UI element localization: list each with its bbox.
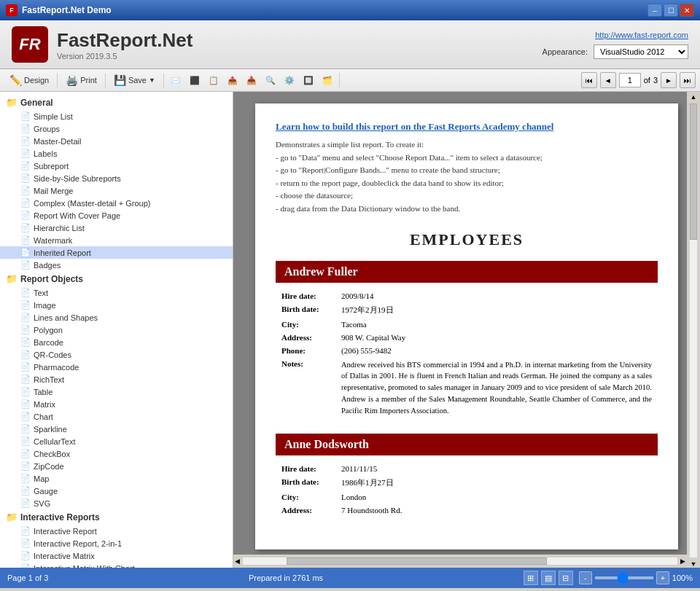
- h-scroll-thumb[interactable]: [287, 557, 548, 565]
- sidebar-item-map[interactable]: Map: [0, 472, 233, 485]
- zoom-slider[interactable]: [595, 576, 653, 579]
- item-label: Simple List: [34, 112, 73, 121]
- sidebar-item-master-detail[interactable]: Master-Detail: [0, 135, 233, 147]
- sidebar-item-hierarchic-list[interactable]: Hierarchic List: [0, 222, 233, 234]
- sidebar-item-interactive-matrix[interactable]: Interactive Matrix: [0, 549, 233, 562]
- item-label: ZipCode: [34, 462, 64, 471]
- sidebar-item-complex[interactable]: Complex (Master-detail + Group): [0, 197, 233, 209]
- sidebar-item-checkbox[interactable]: CheckBox: [0, 447, 233, 460]
- report-description: Demonstrates a simple list report. To cr…: [276, 138, 658, 216]
- sidebar-item-interactive-report[interactable]: Interactive Report: [0, 525, 233, 537]
- scroll-right-button[interactable]: ▶: [680, 557, 685, 565]
- save-button[interactable]: 💾 Save ▼: [109, 71, 160, 89]
- sidebar-item-lines-and-shapes[interactable]: Lines and Shapes: [0, 311, 233, 324]
- sidebar-item-polygon[interactable]: Polygon: [0, 324, 233, 336]
- zoom-plus-button[interactable]: +: [656, 571, 669, 584]
- birth-date-value: 1986年1月27日: [337, 476, 656, 490]
- tree-group-report-objects-header[interactable]: 📁 Report Objects: [0, 271, 233, 286]
- vertical-scrollbar[interactable]: ▲ ▼: [687, 92, 700, 568]
- toolbar-btn-1[interactable]: ⬛: [186, 73, 203, 88]
- sidebar-item-qr-codes[interactable]: QR-Codes: [0, 348, 233, 361]
- sidebar-item-chart[interactable]: Chart: [0, 410, 233, 423]
- scroll-thumb[interactable]: [690, 103, 697, 240]
- status-icon-3[interactable]: ⊟: [559, 571, 573, 585]
- sidebar-item-matrix[interactable]: Matrix: [0, 398, 233, 410]
- maximize-button[interactable]: ☐: [664, 4, 678, 17]
- scroll-up-button[interactable]: ▲: [691, 93, 697, 101]
- sidebar-item-sparkline[interactable]: Sparkline: [0, 423, 233, 435]
- toolbar-btn-5[interactable]: 🔍: [262, 73, 279, 88]
- doc-icon: [20, 288, 31, 297]
- sidebar-item-gauge[interactable]: Gauge: [0, 485, 233, 497]
- sidebar-item-table[interactable]: Table: [0, 385, 233, 398]
- table-row: Birth date: 1972年2月19日: [277, 303, 656, 317]
- status-icon-1[interactable]: ⊞: [524, 571, 538, 585]
- close-button[interactable]: ✕: [680, 4, 694, 17]
- tree-group-general-header[interactable]: 📁 General: [0, 95, 233, 110]
- doc-icon: [20, 449, 31, 458]
- print-button[interactable]: 🖨️ Print: [61, 71, 102, 89]
- toolbar-btn-4[interactable]: 📥: [243, 73, 260, 88]
- address-label: Address:: [277, 504, 335, 516]
- tree-group-report-objects: 📁 Report Objects Text Image Lines and Sh…: [0, 271, 233, 509]
- last-page-button[interactable]: ⏭: [680, 72, 696, 88]
- save-icon: 💾: [114, 74, 126, 86]
- academy-link[interactable]: Learn how to build this report on the Fa…: [276, 121, 553, 132]
- page-number-input[interactable]: 1: [619, 73, 641, 87]
- sidebar-item-simple-list[interactable]: Simple List: [0, 110, 233, 122]
- next-page-button[interactable]: ►: [661, 72, 677, 88]
- appearance-select[interactable]: VisualStudio 2012: [594, 44, 688, 59]
- table-row: Phone: (206) 555-9482: [277, 345, 656, 356]
- sidebar-item-watermark[interactable]: Watermark: [0, 234, 233, 246]
- sidebar-item-mail-merge[interactable]: Mail Merge: [0, 184, 233, 197]
- notes-value: Andrew received his BTS commercial in 19…: [337, 358, 656, 418]
- toolbar-btn-8[interactable]: 🗂️: [319, 73, 336, 88]
- sidebar-item-zipcode[interactable]: ZipCode: [0, 460, 233, 472]
- sidebar-item-side-by-side-subreports[interactable]: Side-by-Side Subreports: [0, 172, 233, 184]
- doc-icon: [20, 186, 31, 195]
- tree-group-interactive-reports-header[interactable]: 📁 Interactive Reports: [0, 509, 233, 525]
- sidebar-item-barcode[interactable]: Barcode: [0, 336, 233, 348]
- sidebar-item-interactive-report-2in1[interactable]: Interactive Report, 2-in-1: [0, 537, 233, 549]
- sidebar-item-badges[interactable]: Badges: [0, 259, 233, 271]
- sidebar-item-groups[interactable]: Groups: [0, 122, 233, 135]
- toolbar-btn-2[interactable]: 📋: [205, 73, 222, 88]
- sidebar-item-richtext[interactable]: RichText: [0, 373, 233, 385]
- toolbar-btn-6[interactable]: ⚙️: [281, 73, 298, 88]
- address-value: 908 W. Capital Way: [337, 332, 656, 343]
- prev-page-button[interactable]: ◄: [600, 72, 616, 88]
- sidebar-item-image[interactable]: Image: [0, 299, 233, 311]
- sidebar-item-labels[interactable]: Labels: [0, 147, 233, 160]
- print-label: Print: [80, 76, 97, 85]
- zoom-minus-button[interactable]: -: [579, 571, 592, 584]
- sidebar-item-pharmacode[interactable]: Pharmacode: [0, 361, 233, 373]
- toolbar-btn-3[interactable]: 📤: [224, 73, 241, 88]
- website-link[interactable]: http://www.fast-report.com: [595, 31, 688, 39]
- horizontal-scrollbar[interactable]: ◀ ▶: [233, 555, 687, 568]
- design-button[interactable]: ✏️ Design: [4, 71, 54, 89]
- first-page-button[interactable]: ⏮: [581, 72, 597, 88]
- status-icon-2[interactable]: ▤: [541, 571, 556, 585]
- email-button[interactable]: ✉️: [167, 73, 184, 88]
- tree-group-general: 📁 General Simple List Groups Master-Deta…: [0, 95, 233, 271]
- minimize-button[interactable]: –: [648, 4, 662, 17]
- toolbar-icon-2: 📋: [209, 76, 219, 85]
- toolbar-separator-3: [163, 73, 164, 87]
- item-label: Polygon: [34, 326, 63, 334]
- window-title: FastReport.Net Demo: [22, 5, 112, 15]
- toolbar-btn-7[interactable]: 🔲: [300, 73, 317, 88]
- sidebar-item-interactive-matrix-with-chart[interactable]: Interactive Matrix With Chart: [0, 562, 233, 568]
- scroll-left-button[interactable]: ◀: [235, 557, 240, 565]
- sidebar-item-subreport[interactable]: Subreport: [0, 160, 233, 172]
- city-label: City:: [277, 318, 335, 330]
- scroll-down-button[interactable]: ▼: [691, 560, 697, 568]
- sidebar-item-report-with-cover-page[interactable]: Report With Cover Page: [0, 209, 233, 222]
- sidebar-item-inherited-report[interactable]: Inherited Report: [0, 246, 233, 259]
- sidebar-item-cellulartext[interactable]: CellularText: [0, 435, 233, 447]
- sidebar-item-text[interactable]: Text: [0, 286, 233, 299]
- employee-name-andrew-fuller: Andrew Fuller: [276, 261, 658, 283]
- page-of-label: of: [644, 76, 650, 85]
- table-row: Notes: Andrew received his BTS commercia…: [277, 358, 656, 418]
- doc-icon: [20, 362, 31, 372]
- sidebar-item-svg[interactable]: SVG: [0, 497, 233, 509]
